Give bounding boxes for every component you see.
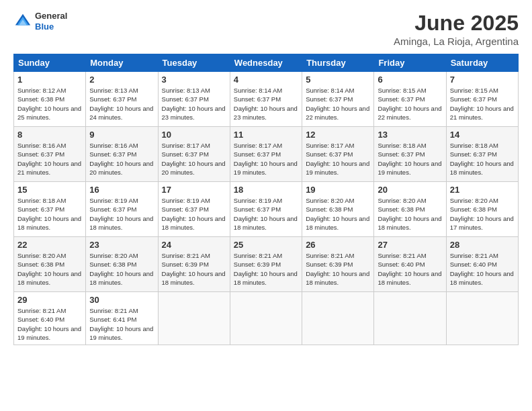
calendar-header-row: Sunday Monday Tuesday Wednesday Thursday… (14, 54, 519, 72)
day-9: 9 Sunrise: 8:16 AMSunset: 6:37 PMDayligh… (86, 127, 158, 182)
calendar-subtitle: Aminga, La Rioja, Argentina (394, 36, 519, 47)
day-5: 5 Sunrise: 8:14 AMSunset: 6:37 PMDayligh… (302, 72, 374, 127)
day-12: 12 Sunrise: 8:17 AMSunset: 6:37 PMDaylig… (302, 127, 374, 182)
day-16: 16 Sunrise: 8:19 AMSunset: 6:37 PMDaylig… (86, 182, 158, 237)
col-friday: Friday (374, 54, 446, 72)
day-30: 30 Sunrise: 8:21 AMSunset: 6:41 PMDaylig… (86, 292, 158, 345)
day-25: 25 Sunrise: 8:21 AMSunset: 6:39 PMDaylig… (230, 237, 302, 292)
day-20: 20 Sunrise: 8:20 AMSunset: 6:38 PMDaylig… (374, 182, 446, 237)
week-row-3: 15 Sunrise: 8:18 AMSunset: 6:37 PMDaylig… (14, 182, 519, 237)
day-3: 3 Sunrise: 8:13 AMSunset: 6:37 PMDayligh… (158, 72, 230, 127)
day-2: 2 Sunrise: 8:13 AMSunset: 6:37 PMDayligh… (86, 72, 158, 127)
day-23: 23 Sunrise: 8:20 AMSunset: 6:38 PMDaylig… (86, 237, 158, 292)
day-14: 14 Sunrise: 8:18 AMSunset: 6:37 PMDaylig… (446, 127, 518, 182)
day-24: 24 Sunrise: 8:21 AMSunset: 6:39 PMDaylig… (158, 237, 230, 292)
day-4: 4 Sunrise: 8:14 AMSunset: 6:37 PMDayligh… (230, 72, 302, 127)
day-6: 6 Sunrise: 8:15 AMSunset: 6:37 PMDayligh… (374, 72, 446, 127)
day-1: 1 Sunrise: 8:12 AMSunset: 6:38 PMDayligh… (14, 72, 86, 127)
empty-cell-5 (446, 292, 518, 345)
day-29: 29 Sunrise: 8:21 AMSunset: 6:40 PMDaylig… (14, 292, 86, 345)
day-18: 18 Sunrise: 8:19 AMSunset: 6:37 PMDaylig… (230, 182, 302, 237)
logo-icon (13, 12, 32, 31)
logo-text: General Blue (35, 11, 67, 32)
day-7: 7 Sunrise: 8:15 AMSunset: 6:37 PMDayligh… (446, 72, 518, 127)
col-saturday: Saturday (446, 54, 518, 72)
week-row-1: 1 Sunrise: 8:12 AMSunset: 6:38 PMDayligh… (14, 72, 519, 127)
day-22: 22 Sunrise: 8:20 AMSunset: 6:38 PMDaylig… (14, 237, 86, 292)
empty-cell-3 (302, 292, 374, 345)
page: General Blue June 2025 Aminga, La Rioja,… (0, 0, 532, 411)
empty-cell-1 (158, 292, 230, 345)
calendar-table: Sunday Monday Tuesday Wednesday Thursday… (13, 54, 519, 345)
col-wednesday: Wednesday (230, 54, 302, 72)
logo-general-label: General (35, 11, 67, 21)
col-monday: Monday (86, 54, 158, 72)
day-17: 17 Sunrise: 8:19 AMSunset: 6:37 PMDaylig… (158, 182, 230, 237)
day-19: 19 Sunrise: 8:20 AMSunset: 6:38 PMDaylig… (302, 182, 374, 237)
day-8: 8 Sunrise: 8:16 AMSunset: 6:37 PMDayligh… (14, 127, 86, 182)
week-row-2: 8 Sunrise: 8:16 AMSunset: 6:37 PMDayligh… (14, 127, 519, 182)
week-row-4: 22 Sunrise: 8:20 AMSunset: 6:38 PMDaylig… (14, 237, 519, 292)
logo: General Blue (13, 11, 67, 32)
calendar-title: June 2025 (394, 11, 519, 36)
empty-cell-2 (230, 292, 302, 345)
header: General Blue June 2025 Aminga, La Rioja,… (13, 11, 519, 47)
empty-cell-4 (374, 292, 446, 345)
col-sunday: Sunday (14, 54, 86, 72)
day-15: 15 Sunrise: 8:18 AMSunset: 6:37 PMDaylig… (14, 182, 86, 237)
day-28: 28 Sunrise: 8:21 AMSunset: 6:40 PMDaylig… (446, 237, 518, 292)
logo-blue-label: Blue (35, 21, 67, 32)
day-10: 10 Sunrise: 8:17 AMSunset: 6:37 PMDaylig… (158, 127, 230, 182)
day-27: 27 Sunrise: 8:21 AMSunset: 6:40 PMDaylig… (374, 237, 446, 292)
title-block: June 2025 Aminga, La Rioja, Argentina (394, 11, 519, 47)
week-row-5: 29 Sunrise: 8:21 AMSunset: 6:40 PMDaylig… (14, 292, 519, 345)
col-tuesday: Tuesday (158, 54, 230, 72)
col-thursday: Thursday (302, 54, 374, 72)
day-13: 13 Sunrise: 8:18 AMSunset: 6:37 PMDaylig… (374, 127, 446, 182)
day-21: 21 Sunrise: 8:20 AMSunset: 6:38 PMDaylig… (446, 182, 518, 237)
day-11: 11 Sunrise: 8:17 AMSunset: 6:37 PMDaylig… (230, 127, 302, 182)
day-26: 26 Sunrise: 8:21 AMSunset: 6:39 PMDaylig… (302, 237, 374, 292)
